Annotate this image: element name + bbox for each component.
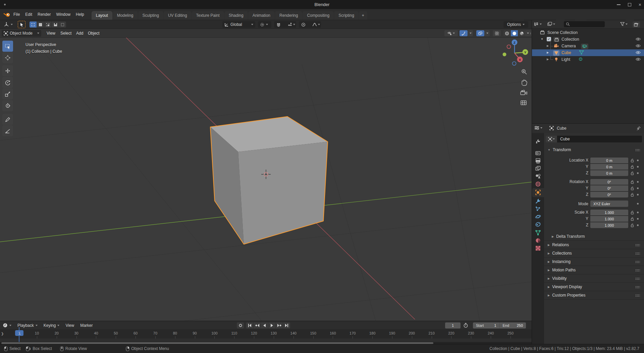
panel-drag-dots[interactable]: [635, 277, 640, 280]
viewport-menu-select[interactable]: Select: [58, 29, 74, 37]
viewport-menu-view[interactable]: View: [44, 29, 58, 37]
gizmo-y-neg[interactable]: [503, 53, 506, 56]
snap-toggle-button[interactable]: [274, 21, 283, 28]
viewport-menu-add[interactable]: Add: [73, 29, 86, 37]
select-mode-extend-button[interactable]: [37, 21, 44, 28]
tab-scene-icon[interactable]: [535, 173, 541, 179]
select-mode-new-button[interactable]: [30, 21, 37, 28]
animate-dot[interactable]: [637, 194, 639, 195]
animate-dot[interactable]: [637, 181, 639, 183]
tab-texture-paint[interactable]: Texture Paint: [192, 11, 224, 20]
outliner-filter-button[interactable]: [620, 22, 628, 26]
animate-dot[interactable]: [637, 166, 639, 168]
lock-icon[interactable]: [630, 217, 635, 221]
tool-transform-button[interactable]: [2, 100, 13, 111]
object-name-field[interactable]: Cube: [557, 136, 642, 142]
snap-with-dropdown[interactable]: [286, 23, 296, 27]
active-tool-display[interactable]: [18, 21, 25, 28]
blender-logo-icon[interactable]: [3, 12, 11, 17]
playhead-line[interactable]: [19, 327, 19, 342]
location-z-field[interactable]: 0 m: [590, 170, 628, 176]
select-mode-intersect-button[interactable]: [59, 21, 66, 28]
proportional-falloff-dropdown[interactable]: [311, 23, 321, 27]
tab-rendering[interactable]: Rendering: [275, 11, 302, 20]
editor-type-button[interactable]: [2, 21, 15, 28]
select-mode-subtract-button[interactable]: [44, 21, 51, 28]
end-frame-field[interactable]: End250: [500, 322, 526, 328]
transform-panel-header[interactable]: ▼ Transform: [544, 146, 644, 154]
menu-window[interactable]: Window: [53, 9, 73, 20]
tool-move-button[interactable]: [2, 65, 13, 76]
overlays-dropdown[interactable]: [485, 30, 490, 36]
animate-dot[interactable]: [637, 172, 639, 174]
tab-object-icon[interactable]: [535, 189, 541, 195]
gizmo-dropdown[interactable]: [468, 30, 473, 36]
options-dropdown[interactable]: Options: [503, 21, 528, 28]
tab-layout[interactable]: Layout: [92, 11, 112, 20]
hide-eye-icon[interactable]: [636, 44, 641, 48]
tab-view-layer-icon[interactable]: [535, 166, 541, 172]
rotation-mode-dropdown[interactable]: XYZ Euler: [590, 201, 628, 207]
timeline-menu-view[interactable]: View: [62, 321, 77, 329]
panel-instancing[interactable]: ▶Instancing: [544, 258, 644, 266]
panel-drag-dots[interactable]: [635, 294, 640, 297]
jump-to-end-button[interactable]: [283, 322, 290, 328]
animate-dot[interactable]: [637, 203, 639, 205]
new-collection-button[interactable]: [633, 21, 640, 28]
gizmo-x-neg[interactable]: [507, 45, 511, 49]
disclosure-triangle-icon[interactable]: ▶: [547, 51, 549, 54]
rotation-z-field[interactable]: 0°: [590, 192, 628, 197]
show-overlays-toggle[interactable]: [476, 30, 484, 36]
start-frame-field[interactable]: Start1: [473, 322, 499, 328]
scale-z-field[interactable]: 1.000: [590, 222, 628, 228]
panel-relations[interactable]: ▶Relations: [544, 241, 644, 249]
panel-drag-dots[interactable]: [635, 261, 640, 263]
disclosure-triangle-icon[interactable]: ▼: [541, 38, 543, 41]
tab-object-data-icon[interactable]: [535, 230, 541, 236]
timeline-menu-keying[interactable]: Keying: [41, 321, 63, 329]
hide-eye-icon[interactable]: [636, 37, 641, 41]
tool-measure-button[interactable]: [2, 125, 13, 136]
animate-dot[interactable]: [637, 224, 639, 226]
prev-keyframe-button[interactable]: [254, 322, 261, 328]
tool-select-box-button[interactable]: [2, 41, 13, 52]
menu-help[interactable]: Help: [73, 9, 87, 20]
tab-modifiers-icon[interactable]: [535, 198, 541, 204]
outliner-row-cube[interactable]: ▶ Cube: [532, 49, 644, 56]
viewport-menu-object[interactable]: Object: [85, 29, 102, 37]
tab-scripting[interactable]: Scripting: [334, 11, 359, 20]
tool-cursor-button[interactable]: [2, 52, 13, 63]
show-gizmo-toggle[interactable]: [460, 30, 468, 36]
proportional-edit-toggle[interactable]: [299, 21, 308, 28]
id-type-dropdown[interactable]: [546, 136, 557, 142]
lock-icon[interactable]: [630, 158, 635, 163]
current-frame-field[interactable]: 1: [445, 322, 461, 328]
location-x-field[interactable]: 0 m: [590, 158, 628, 163]
lock-icon[interactable]: [630, 180, 635, 184]
disclosure-triangle-icon[interactable]: ▶: [547, 58, 549, 61]
outliner-row-scene-collection[interactable]: Scene Collection: [532, 29, 644, 36]
panel-drag-dots[interactable]: [635, 286, 640, 288]
shading-material-button[interactable]: [518, 30, 525, 36]
shading-wireframe-button[interactable]: [503, 30, 511, 36]
outliner-display-mode-button[interactable]: [547, 22, 555, 27]
tab-modeling[interactable]: Modeling: [113, 11, 138, 20]
delta-transform-panel[interactable]: ▶ Delta Transform: [544, 232, 644, 240]
gizmo-z-neg[interactable]: [513, 62, 516, 65]
panel-drag-dots[interactable]: [635, 149, 640, 151]
transform-orientation-dropdown[interactable]: Global: [222, 21, 255, 28]
lock-icon[interactable]: [630, 210, 635, 215]
panel-motion-paths[interactable]: ▶Motion Paths: [544, 266, 644, 274]
rotation-x-field[interactable]: 0°: [590, 179, 628, 185]
panel-collections[interactable]: ▶Collections: [544, 249, 644, 257]
tab-physics-icon[interactable]: [535, 214, 541, 220]
pin-icon[interactable]: [636, 126, 641, 130]
tab-texture-icon[interactable]: [535, 245, 541, 251]
xray-toggle[interactable]: [493, 30, 501, 36]
hide-eye-icon[interactable]: [636, 51, 641, 54]
select-mode-invert-button[interactable]: [52, 21, 59, 28]
lock-icon[interactable]: [630, 171, 635, 175]
animate-dot[interactable]: [637, 218, 639, 220]
lock-icon[interactable]: [630, 223, 635, 227]
shading-solid-button[interactable]: [511, 30, 518, 36]
